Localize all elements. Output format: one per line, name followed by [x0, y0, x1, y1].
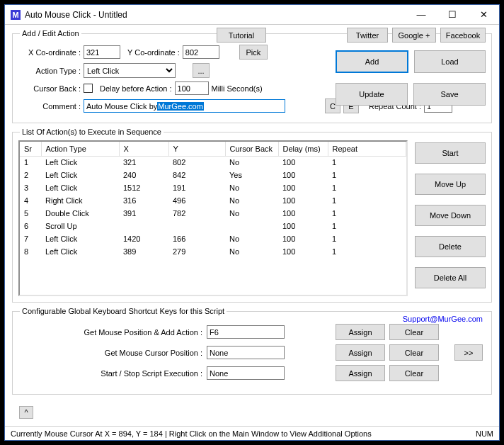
delay-label: Delay before Action : [100, 84, 172, 93]
shortcut-fieldset: Configurable Global Keyboard Shortcut Ke… [12, 307, 492, 395]
start-stop-label: Start / Stop Script Execution : [18, 369, 202, 378]
table-row[interactable]: 1Left Click321802No1001 [20, 156, 406, 169]
col-sr[interactable]: Sr [20, 142, 41, 156]
google-plus-button[interactable]: Google + [392, 28, 436, 43]
table-row[interactable]: 8Left Click389279No1001 [20, 245, 406, 258]
cursor-back-label: Cursor Back : [18, 84, 81, 93]
x-coord-input[interactable] [84, 45, 120, 59]
col-delay[interactable]: Delay (ms) [278, 142, 328, 156]
minimize-button[interactable]: — [406, 5, 437, 25]
assign-1-button[interactable]: Assign [336, 324, 385, 340]
more-button[interactable]: >> [454, 344, 483, 361]
assign-2-button[interactable]: Assign [336, 344, 385, 361]
start-stop-input[interactable] [207, 366, 285, 380]
col-cursor-back[interactable]: Cursor Back [225, 142, 278, 156]
add-button[interactable]: Add [336, 50, 408, 73]
close-button[interactable]: ✕ [468, 5, 499, 25]
delay-unit: Milli Second(s) [212, 84, 263, 93]
tutorial-button[interactable]: Tutorial [217, 28, 266, 43]
col-type[interactable]: Action Type [41, 142, 119, 156]
col-y[interactable]: Y [168, 142, 225, 156]
move-down-button[interactable]: Move Down [415, 205, 486, 226]
table-row[interactable]: 2Left Click240842Yes1001 [20, 169, 406, 181]
load-button[interactable]: Load [414, 50, 486, 73]
support-link[interactable]: Support@MurGee.com [403, 315, 483, 323]
get-cursor-input[interactable] [207, 346, 285, 359]
table-row[interactable]: 5Double Click391782No1001 [20, 207, 406, 220]
x-coord-label: X Co-ordinate : [18, 48, 81, 57]
status-bar: Currently Mouse Cursor At X = 894, Y = 1… [5, 426, 499, 440]
window-title: Auto Mouse Click - Untitled [25, 10, 406, 20]
get-pos-add-label: Get Mouse Position & Add Action : [18, 328, 202, 337]
action-list-legend: List Of Action(s) to Execute in Sequence [20, 128, 164, 136]
twitter-button[interactable]: Twitter [347, 28, 388, 43]
shortcut-legend: Configurable Global Keyboard Shortcut Ke… [20, 307, 227, 315]
app-icon: M [11, 10, 21, 20]
status-num: NUM [476, 429, 493, 438]
col-repeat[interactable]: Repeat [328, 142, 406, 156]
app-window: M Auto Mouse Click - Untitled — ☐ ✕ Add … [4, 4, 500, 441]
cursor-back-checkbox[interactable] [84, 84, 93, 93]
clear-2-button[interactable]: Clear [389, 344, 439, 361]
y-coord-label: Y Co-ordinate : [127, 48, 180, 57]
pick-button[interactable]: Pick [239, 45, 268, 60]
actions-table[interactable]: Sr Action Type X Y Cursor Back Delay (ms… [18, 140, 408, 296]
get-pos-add-input[interactable] [207, 325, 285, 339]
save-button[interactable]: Save [413, 83, 486, 106]
action-type-select[interactable]: Left Click [84, 63, 176, 78]
delete-button[interactable]: Delete [415, 236, 486, 257]
move-up-button[interactable]: Move Up [415, 174, 486, 195]
table-row[interactable]: 7Left Click1420166No1001 [20, 232, 406, 245]
delete-all-button[interactable]: Delete All [415, 267, 486, 288]
action-type-label: Action Type : [18, 67, 81, 75]
start-button[interactable]: Start [415, 142, 486, 164]
clear-1-button[interactable]: Clear [389, 324, 439, 340]
title-bar: M Auto Mouse Click - Untitled — ☐ ✕ [5, 5, 499, 25]
add-edit-legend: Add / Edit Action [20, 29, 81, 38]
table-row[interactable]: 6Scroll Up1001 [20, 220, 406, 232]
table-row[interactable]: 3Left Click1512191No1001 [20, 181, 406, 194]
collapse-button[interactable]: ^ [19, 406, 33, 419]
assign-3-button[interactable]: Assign [336, 365, 385, 381]
update-button[interactable]: Update [336, 83, 408, 106]
ellipsis-button[interactable]: ... [193, 63, 210, 78]
clear-3-button[interactable]: Clear [389, 365, 439, 381]
status-text: Currently Mouse Cursor At X = 894, Y = 1… [11, 429, 372, 438]
comment-input[interactable]: Auto Mouse Click by MurGee.com [84, 99, 285, 113]
get-cursor-label: Get Mouse Cursor Position : [18, 349, 202, 357]
action-list-fieldset: List Of Action(s) to Execute in Sequence… [12, 128, 492, 303]
facebook-button[interactable]: Facebook [440, 28, 486, 43]
table-row[interactable]: 4Right Click316496No1001 [20, 194, 406, 207]
col-x[interactable]: X [119, 142, 168, 156]
delay-input[interactable] [175, 81, 209, 95]
maximize-button[interactable]: ☐ [437, 5, 468, 25]
comment-label: Comment : [18, 102, 81, 111]
add-edit-fieldset: Add / Edit Action Twitter Google + Faceb… [12, 29, 492, 123]
y-coord-input[interactable] [183, 45, 219, 59]
